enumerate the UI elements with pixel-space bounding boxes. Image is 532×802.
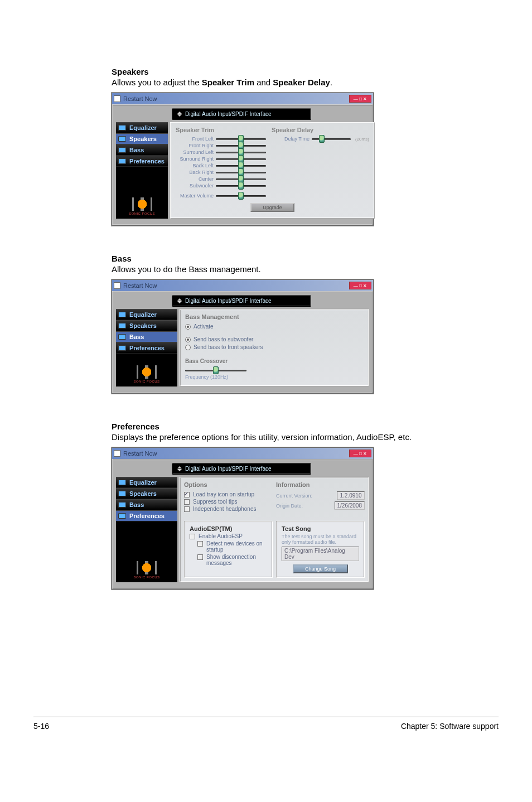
bass-window: Restart Now ― □ ✕ Digital Audio Input/SP… bbox=[112, 279, 374, 394]
breadcrumb[interactable]: Digital Audio Input/SPDIF Interface bbox=[172, 108, 311, 120]
surround-right-slider[interactable] bbox=[216, 156, 266, 162]
bass-main-panel: Bass Management Activate Send bass to su… bbox=[180, 309, 369, 386]
esp-msg[interactable]: Show disconnection messages bbox=[197, 554, 267, 566]
logo: SONIC FOCUS bbox=[116, 555, 177, 582]
prefs-desc: Displays the preference options for this… bbox=[112, 432, 476, 442]
options-title: Options bbox=[184, 481, 273, 488]
sidebar: Equalizer Speakers Bass Preferences SONI… bbox=[116, 309, 177, 386]
trim-title: Speaker Trim bbox=[176, 127, 266, 133]
send-front-radio[interactable]: Send bass to front speakers bbox=[185, 344, 364, 350]
window-titlebar: Restart Now ― □ ✕ bbox=[112, 93, 373, 104]
subwoofer-slider[interactable] bbox=[216, 183, 266, 189]
esp-detect[interactable]: Detect new devices on startup bbox=[197, 540, 267, 553]
tab-bass[interactable]: Bass bbox=[116, 499, 177, 510]
logo: SONIC FOCUS bbox=[116, 192, 168, 219]
speakers-section: Speakers Allows you to adjust the Speake… bbox=[112, 67, 476, 226]
speakers-main-panel: Speaker Trim Front Left Front Right Surr… bbox=[170, 122, 375, 219]
chapter-label: Chapter 5: Software support bbox=[401, 722, 499, 731]
window-title: Restart Now bbox=[123, 95, 157, 102]
tab-equalizer[interactable]: Equalizer bbox=[116, 309, 177, 320]
spin-icon[interactable] bbox=[177, 466, 182, 471]
back-right-slider[interactable] bbox=[216, 170, 266, 175]
tab-equalizer[interactable]: Equalizer bbox=[116, 122, 168, 133]
bass-heading: Bass bbox=[112, 254, 476, 263]
esp-title: AudioESP(TM) bbox=[190, 525, 267, 532]
delay-title: Speaker Delay bbox=[272, 127, 369, 133]
master-volume-slider[interactable] bbox=[216, 193, 266, 199]
tab-equalizer[interactable]: Equalizer bbox=[116, 477, 177, 488]
app-icon bbox=[114, 95, 120, 102]
breadcrumb[interactable]: Digital Audio Input/SPDIF Interface bbox=[172, 295, 311, 307]
prefs-main-panel: Options Load tray icon on startup Suppre… bbox=[180, 477, 369, 582]
version-field: 1.2.0910 bbox=[337, 491, 365, 500]
change-song-button[interactable]: Change Song bbox=[293, 564, 348, 573]
info-title: Information bbox=[276, 481, 365, 488]
center-slider[interactable] bbox=[216, 176, 266, 182]
tab-speakers[interactable]: Speakers bbox=[116, 320, 177, 331]
spin-icon[interactable] bbox=[177, 112, 182, 117]
tab-bass[interactable]: Bass bbox=[116, 144, 168, 156]
breadcrumb[interactable]: Digital Audio Input/SPDIF Interface bbox=[172, 463, 311, 475]
test-song-panel: Test Song The test song must be a standa… bbox=[276, 521, 365, 578]
close-icon[interactable]: ― □ ✕ bbox=[349, 450, 371, 457]
test-title: Test Song bbox=[282, 525, 359, 532]
window-title: Restart Now bbox=[123, 450, 157, 457]
bass-section: Bass Allows you to do the Bass managemen… bbox=[112, 254, 476, 394]
test-path-field[interactable]: C:\Program Files\Analog Dev bbox=[282, 547, 359, 561]
send-sub-radio[interactable]: Send bass to subwoofer bbox=[185, 336, 364, 342]
logo: SONIC FOCUS bbox=[116, 360, 177, 386]
app-icon bbox=[114, 450, 120, 457]
app-icon bbox=[114, 282, 120, 289]
crossover-title: Bass Crossover bbox=[185, 358, 364, 364]
speakers-desc: Allows you to adjust the Speaker Trim an… bbox=[112, 78, 476, 87]
tab-preferences[interactable]: Preferences bbox=[116, 156, 168, 167]
window-titlebar: Restart Now ― □ ✕ bbox=[112, 448, 373, 459]
tab-bass[interactable]: Bass bbox=[116, 331, 177, 342]
audioesp-panel: AudioESP(TM) Enable AudioESP Detect new … bbox=[184, 521, 273, 578]
page-number: 5-16 bbox=[33, 722, 49, 731]
bass-panel-title: Bass Management bbox=[185, 313, 364, 320]
sidebar: Equalizer Speakers Bass Preferences SONI… bbox=[116, 477, 177, 582]
prefs-heading: Preferences bbox=[112, 422, 476, 431]
speakers-heading: Speakers bbox=[112, 67, 476, 76]
date-field: 1/26/2008 bbox=[335, 501, 365, 510]
preferences-section: Preferences Displays the preference opti… bbox=[112, 422, 476, 590]
close-icon[interactable]: ― □ ✕ bbox=[349, 282, 371, 289]
window-titlebar: Restart Now ― □ ✕ bbox=[112, 280, 373, 291]
sidebar: Equalizer Speakers Bass Preferences SONI… bbox=[116, 122, 168, 219]
bass-desc: Allows you to do the Bass management. bbox=[112, 264, 476, 274]
preferences-window: Restart Now ― □ ✕ Digital Audio Input/SP… bbox=[112, 447, 374, 590]
opt-ind[interactable]: Independent headphones bbox=[184, 506, 273, 512]
page-footer: 5-16 Chapter 5: Software support bbox=[33, 717, 499, 731]
front-left-slider[interactable] bbox=[216, 136, 266, 142]
window-title: Restart Now bbox=[123, 282, 157, 289]
spin-icon[interactable] bbox=[177, 298, 182, 303]
crossover-slider[interactable] bbox=[185, 368, 246, 373]
tab-speakers[interactable]: Speakers bbox=[116, 133, 168, 144]
opt-tips[interactable]: Suppress tool tips bbox=[184, 499, 273, 505]
test-desc: The test song must be a standard only fo… bbox=[282, 534, 359, 545]
esp-enable[interactable]: Enable AudioESP bbox=[190, 533, 267, 539]
speakers-window: Restart Now ― □ ✕ Digital Audio Input/SP… bbox=[112, 93, 374, 226]
front-right-slider[interactable] bbox=[216, 143, 266, 148]
tab-speakers[interactable]: Speakers bbox=[116, 488, 177, 499]
back-left-slider[interactable] bbox=[216, 163, 266, 168]
upgrade-button[interactable]: Upgrade bbox=[250, 203, 294, 212]
tab-preferences[interactable]: Preferences bbox=[116, 342, 177, 354]
surround-left-slider[interactable] bbox=[216, 149, 266, 155]
close-icon[interactable]: ― □ ✕ bbox=[349, 95, 371, 103]
activate-radio[interactable]: Activate bbox=[185, 323, 364, 330]
tab-preferences[interactable]: Preferences bbox=[116, 510, 177, 521]
opt-tray[interactable]: Load tray icon on startup bbox=[184, 491, 273, 497]
frequency-label: Frequency (120Hz) bbox=[185, 374, 364, 380]
delay-slider[interactable] bbox=[312, 136, 351, 142]
